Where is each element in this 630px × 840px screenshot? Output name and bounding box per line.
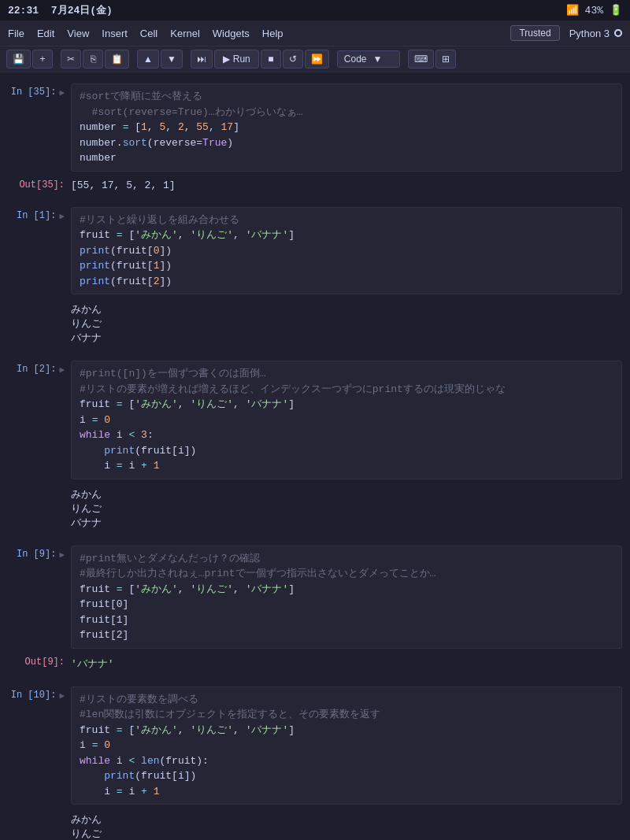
code-line: #print無いとダメなんだっけ？の確認: [80, 551, 613, 567]
menu-help[interactable]: Help: [262, 28, 284, 39]
output-label-9: Out[9]:: [0, 653, 71, 668]
run-icon: ▶: [223, 54, 230, 65]
code-line: fruit[2]: [80, 627, 613, 643]
menu-bar: File Edit View Insert Cell Kernel Widget…: [0, 20, 630, 46]
code-line: fruit = ['みかん', 'りんご', 'バナナ']: [80, 582, 613, 598]
cell-content-in35[interactable]: #sortで降順に並べ替える #sort(reverse=True)…わかりづら…: [71, 83, 622, 172]
output-label-10: [0, 809, 71, 812]
move-down-button[interactable]: ▼: [161, 50, 183, 68]
code-line: i = 0: [80, 738, 613, 753]
output-content-2: みかん りんご バナナ: [71, 484, 622, 536]
stop-button[interactable]: ■: [261, 50, 281, 68]
run-label: Run: [233, 54, 250, 65]
run-indicator-10: ▶: [59, 690, 65, 701]
code-line: print(fruit[i]): [80, 443, 613, 459]
run-indicator-9: ▶: [59, 550, 65, 560]
battery-icon: 🔋: [610, 4, 622, 17]
output-label-1: [0, 299, 71, 302]
trusted-badge[interactable]: Trusted: [510, 25, 559, 41]
run-indicator-35: ▶: [59, 87, 65, 98]
save-button[interactable]: 💾: [6, 50, 31, 68]
code-line: while i < len(fruit):: [80, 753, 613, 769]
extension-button[interactable]: ⊞: [435, 50, 456, 68]
code-line: #sortで降順に並べ替える: [80, 89, 613, 105]
cell-label-in1: In [1]: ▶: [0, 204, 71, 298]
kernel-status-circle: [614, 29, 622, 37]
cell-in9: In [9]: ▶ #print無いとダメなんだっけ？の確認 #最終行しか出力さ…: [0, 542, 630, 652]
code-line: #print([n])を一個ずつ書くのは面倒…: [80, 366, 613, 382]
move-up-button[interactable]: ▲: [137, 50, 159, 68]
run-button[interactable]: ▶ Run: [214, 50, 259, 68]
run-indicator-1: ▶: [59, 211, 65, 221]
cell-content-in9[interactable]: #print無いとダメなんだっけ？の確認 #最終行しか出力されねぇ…printで…: [71, 546, 622, 649]
cell-content-in10[interactable]: #リストの要素数を調べる #len関数は引数にオブジェクトを指定すると、その要素…: [71, 686, 622, 805]
cell-type-label: Code: [344, 54, 367, 65]
menu-right: Trusted Python 3: [510, 25, 622, 41]
code-line: print(fruit[0]): [80, 243, 613, 259]
cut-button[interactable]: ✂: [61, 50, 81, 68]
copy-button[interactable]: ⎘: [83, 50, 103, 68]
output-content-9: 'バナナ': [71, 653, 622, 677]
code-line: i = 0: [80, 413, 613, 428]
output-row-1: みかん りんご バナナ: [0, 299, 630, 351]
code-line: fruit[0]: [80, 597, 613, 612]
fast-forward-button[interactable]: ⏭: [191, 50, 213, 68]
menu-edit[interactable]: Edit: [37, 28, 54, 39]
paste-button[interactable]: 📋: [105, 50, 129, 68]
code-line: fruit = ['みかん', 'りんご', 'バナナ']: [80, 723, 613, 738]
kernel-info: Python 3: [569, 28, 622, 39]
code-line: i = i + 1: [80, 458, 613, 474]
dropdown-arrow-icon: ▼: [372, 54, 382, 65]
output-row-10: みかん りんご バナナ: [0, 809, 630, 840]
cell-content-in1[interactable]: #リストと繰り返しを組み合わせる fruit = ['みかん', 'りんご', …: [71, 207, 622, 295]
status-bar: 22:31 7月24日(金) 📶 43% 🔋: [0, 0, 630, 20]
cell-label-in9: In [9]: ▶: [0, 542, 71, 652]
menu-insert[interactable]: Insert: [102, 28, 128, 39]
code-line: while i < 3:: [80, 427, 613, 443]
output-label-2: [0, 484, 71, 487]
cell-type-select[interactable]: Code ▼: [337, 50, 400, 68]
cell-in35: In [35]: ▶ #sortで降順に並べ替える #sort(reverse=…: [0, 80, 630, 175]
menu-kernel[interactable]: Kernel: [170, 28, 200, 39]
add-cell-button[interactable]: +: [32, 50, 53, 68]
output-row-2: みかん りんご バナナ: [0, 484, 630, 536]
cell-content-in2[interactable]: #print([n])を一個ずつ書くのは面倒… #リストの要素が増えれば増えるほ…: [71, 361, 622, 479]
code-line: number: [80, 150, 613, 166]
output-label-35: Out[35]:: [0, 176, 71, 191]
menu-widgets[interactable]: Widgets: [213, 28, 250, 39]
cell-in10: In [10]: ▶ #リストの要素数を調べる #len関数は引数にオブジェクト…: [0, 683, 630, 809]
output-row-35: Out[35]: [55, 17, 5, 2, 1]: [0, 176, 630, 198]
cell-in1: In [1]: ▶ #リストと繰り返しを組み合わせる fruit = ['みかん…: [0, 204, 630, 298]
code-line: #リストの要素数を調べる: [80, 692, 613, 708]
restart-run-button[interactable]: ⏩: [305, 50, 329, 68]
status-right: 📶 43% 🔋: [566, 4, 622, 17]
keyboard-button[interactable]: ⌨: [408, 50, 434, 68]
code-line: #リストの要素が増えれば増えるほど、インデックス一つずつにprintするのは現実…: [80, 382, 613, 398]
code-line: #len関数は引数にオブジェクトを指定すると、その要素数を返す: [80, 707, 613, 723]
battery-display: 43%: [585, 5, 603, 17]
code-line: #リストと繰り返しを組み合わせる: [80, 213, 613, 228]
cell-in2: In [2]: ▶ #print([n])を一個ずつ書くのは面倒… #リストの要…: [0, 357, 630, 483]
code-line: #最終行しか出力されねぇ…printで一個ずつ指示出さないとダメってことか…: [80, 566, 613, 582]
cell-label-in10: In [10]: ▶: [0, 683, 71, 809]
code-line: fruit = ['みかん', 'りんご', 'バナナ']: [80, 397, 613, 413]
code-line: number = [1, 5, 2, 55, 17]: [80, 120, 613, 135]
toolbar: 💾 + ✂ ⎘ 📋 ▲ ▼ ⏭ ▶ Run ■ ↺ ⏩ Code ▼ ⌨ ⊞: [0, 46, 630, 72]
code-line: fruit[1]: [80, 612, 613, 628]
code-line: #sort(reverse=True)…わかりづらいなぁ…: [80, 105, 613, 120]
wifi-icon: 📶: [566, 4, 579, 17]
time-display: 22:31 7月24日(金): [8, 3, 113, 17]
code-line: print(fruit[i]): [80, 768, 613, 784]
menu-file[interactable]: File: [8, 28, 24, 39]
code-line: print(fruit[2]): [80, 274, 613, 290]
menu-cell[interactable]: Cell: [140, 28, 158, 39]
run-indicator-2: ▶: [59, 364, 65, 375]
code-line: print(fruit[1]): [80, 258, 613, 274]
output-row-9: Out[9]: 'バナナ': [0, 653, 630, 677]
output-content-10: みかん りんご バナナ: [71, 809, 622, 840]
restart-button[interactable]: ↺: [283, 50, 303, 68]
cell-label-in35: In [35]: ▶: [0, 80, 71, 175]
code-line: fruit = ['みかん', 'りんご', 'バナナ']: [80, 228, 613, 243]
menu-view[interactable]: View: [67, 28, 89, 39]
menu-items: File Edit View Insert Cell Kernel Widget…: [8, 28, 284, 39]
